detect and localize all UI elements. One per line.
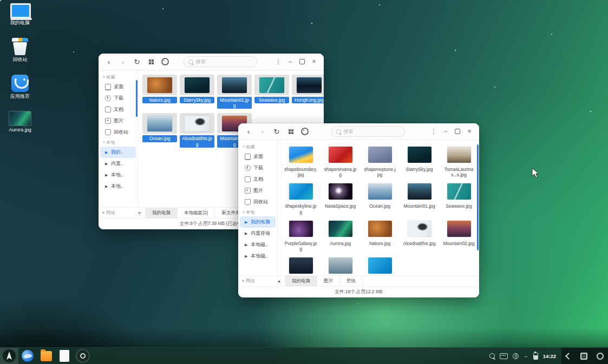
sidebar-item-本地磁..[interactable]: ▶本地磁.. xyxy=(240,239,276,250)
tab-壁纸[interactable]: 壁纸 xyxy=(340,276,363,286)
sidebar-item-我的..[interactable]: ▶我的.. xyxy=(100,147,136,158)
clock[interactable]: 14:22 xyxy=(543,353,556,359)
close-button[interactable]: × xyxy=(464,126,475,137)
settings-button[interactable] xyxy=(299,125,311,137)
battery-icon[interactable] xyxy=(533,353,538,360)
minimize-button[interactable]: − xyxy=(285,56,296,67)
keyboard-icon[interactable] xyxy=(500,353,508,359)
maximize-button[interactable] xyxy=(452,126,463,137)
file-item[interactable]: Alcedoatthis.jpg xyxy=(180,113,214,147)
taskbar-app-text-editor[interactable] xyxy=(55,348,74,364)
file-item[interactable]: StarrySky.jpg xyxy=(180,75,214,109)
desktop-icon-trash[interactable]: 回收站 xyxy=(4,38,36,63)
file-item[interactable] xyxy=(361,255,398,275)
file-item[interactable]: Mountain01.jpg xyxy=(401,181,438,214)
file-manager-window-front[interactable]: ‹›↻搜索⋮−×▾ 收藏桌面下载文档图片回收站▾ 本地▶我的电脑▶内置存储▶本地… xyxy=(238,123,479,297)
nav-recents-button[interactable] xyxy=(597,353,604,360)
forward-button[interactable]: › xyxy=(117,56,129,68)
file-thumbnail-wrap xyxy=(361,219,398,239)
forward-button[interactable]: › xyxy=(257,125,269,137)
tab-本地磁盘(2)[interactable]: 本地磁盘(2) xyxy=(178,208,215,218)
file-item[interactable]: Mountain02.jpg xyxy=(440,219,478,252)
switch-arrows-icon[interactable]: ↔ xyxy=(524,353,528,359)
file-item[interactable]: Seawave.jpg xyxy=(440,181,478,214)
sidebar-scrollbar[interactable] xyxy=(136,80,138,117)
desktop-icon-aurorathumb[interactable]: Aurora.jpg xyxy=(4,111,36,133)
close-button[interactable]: × xyxy=(309,56,319,67)
file-item[interactable] xyxy=(282,255,319,275)
file-item[interactable]: Ocean.jpg xyxy=(361,181,398,214)
more-menu-button[interactable]: ⋮ xyxy=(273,56,284,67)
sidebar-item-本地磁..[interactable]: ▶本地磁.. xyxy=(240,250,276,262)
grid-view-button[interactable] xyxy=(285,125,297,137)
collapse-button[interactable]: ▲ xyxy=(277,279,281,283)
file-item[interactable]: Alcedoatthis.jpg xyxy=(401,219,438,252)
sidebar-item-图片[interactable]: 图片 xyxy=(240,185,276,196)
sidebar-item-内置..[interactable]: ▶内置.. xyxy=(100,158,136,169)
more-menu-button[interactable]: ⋮ xyxy=(428,126,439,137)
nav-home-button[interactable] xyxy=(580,353,587,360)
search-input[interactable]: 搜索 xyxy=(184,56,257,67)
taskbar-app-control-center[interactable] xyxy=(74,348,92,364)
file-thumbnail-wrap xyxy=(282,181,319,202)
desktop-icon-appstore[interactable]: 应用推荐 xyxy=(4,75,36,100)
file-item[interactable]: Aurora.jpg xyxy=(322,219,359,252)
minimize-button[interactable]: − xyxy=(440,126,451,137)
sidebar-item-图片[interactable]: 图片 xyxy=(100,115,136,127)
search-input[interactable]: 搜索 xyxy=(331,126,405,137)
file-thumbnail xyxy=(297,77,322,93)
tab-我的电脑[interactable]: 我的电脑 xyxy=(146,208,178,218)
taskbar-app-browser[interactable] xyxy=(18,348,37,364)
taskbar-app-file-manager[interactable] xyxy=(37,348,55,364)
sidebar-item-我的电脑[interactable]: ▶我的电脑 xyxy=(240,216,276,228)
network-icon[interactable] xyxy=(513,353,519,359)
refresh-button[interactable]: ↻ xyxy=(271,125,283,137)
sidebar-item-本地..[interactable]: ▶本地.. xyxy=(100,169,136,181)
file-item[interactable]: shapenirvana.jpg xyxy=(322,144,359,177)
sidebar-item-回收站[interactable]: 回收站 xyxy=(100,127,136,138)
file-item[interactable]: shapeneptune.jpg xyxy=(361,144,398,177)
file-item[interactable]: Nature.jpg xyxy=(142,75,177,109)
file-item[interactable]: HongKong.jpg xyxy=(292,75,324,109)
grid-view-button[interactable] xyxy=(145,56,157,68)
sidebar-item-label: 下载 xyxy=(114,95,123,102)
tab-我的电脑[interactable]: 我的电脑 xyxy=(285,276,317,286)
back-button[interactable]: ‹ xyxy=(103,56,115,68)
sidebar-item-内置存储[interactable]: ▶内置存储 xyxy=(240,228,276,239)
file-grid: shapeboundary.jpgshapenirvana.jpgshapene… xyxy=(278,140,479,275)
refresh-button[interactable]: ↻ xyxy=(131,56,143,68)
search-icon[interactable] xyxy=(489,353,495,359)
file-item[interactable]: Mountain01.jpg xyxy=(217,75,252,109)
file-name: shapeboundary.jpg xyxy=(284,167,318,177)
file-item[interactable]: Seawave.jpg xyxy=(254,75,289,109)
file-item[interactable] xyxy=(322,255,359,275)
settings-button[interactable] xyxy=(159,56,171,68)
taskbar-app-launcher[interactable] xyxy=(0,348,18,364)
maximize-button[interactable] xyxy=(297,56,308,67)
sidebar-item-本地..[interactable]: ▶本地.. xyxy=(100,181,136,192)
sidebar-item-文档[interactable]: 文档 xyxy=(100,104,136,115)
sidebar-item-下载[interactable]: 下载 xyxy=(100,92,136,104)
file-item[interactable]: TomasLaurinav...s.jpg xyxy=(440,144,478,177)
scrollbar[interactable] xyxy=(477,144,479,250)
file-name: PurpleGalaxy.jpg xyxy=(284,241,318,252)
file-name: Nature.jpg xyxy=(369,241,390,246)
file-item[interactable]: Nature.jpg xyxy=(361,219,398,252)
file-item[interactable]: Ocean.jpg xyxy=(142,113,177,147)
file-item[interactable]: StarrySky.jpg xyxy=(401,144,438,177)
sidebar-item-桌面[interactable]: 桌面 xyxy=(240,151,276,162)
tab-图片[interactable]: 图片 xyxy=(317,276,340,286)
file-item[interactable]: shapeboundary.jpg xyxy=(282,144,319,177)
desktop-icon-computer[interactable]: 我的电脑 xyxy=(4,3,36,26)
sidebar-item-回收站[interactable]: 回收站 xyxy=(240,196,276,208)
nav-back-button[interactable] xyxy=(565,353,572,360)
file-item[interactable]: PurpleGalaxy.jpg xyxy=(282,219,319,252)
file-item[interactable]: NasaSpace.jpg xyxy=(322,181,359,214)
sidebar-item-下载[interactable]: 下载 xyxy=(240,162,276,174)
sidebar-item-文档[interactable]: 文档 xyxy=(240,174,276,185)
back-button[interactable]: ‹ xyxy=(243,125,254,137)
sidebar-item-桌面[interactable]: 桌面 xyxy=(100,81,136,92)
file-item[interactable]: shapeskyline.jpg xyxy=(282,181,319,214)
add-button[interactable]: + xyxy=(138,209,141,217)
file-name: HongKong.jpg xyxy=(292,97,324,103)
